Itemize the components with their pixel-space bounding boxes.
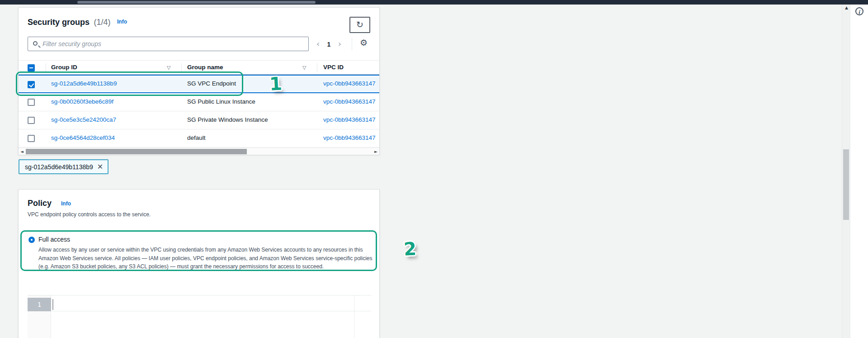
scroll-up-icon[interactable]: ▲	[845, 5, 848, 10]
page-number[interactable]: 1	[326, 39, 332, 50]
column-divider	[46, 63, 46, 72]
table-horizontal-scrollbar[interactable]: ◄ ►	[19, 148, 379, 155]
full-access-label[interactable]: Full access	[38, 236, 70, 243]
group-id-link[interactable]: sg-012a5d6e49b1138b9	[51, 80, 117, 87]
vertical-scrollbar-thumb[interactable]	[843, 149, 849, 220]
policy-description: VPC endpoint policy controls access to t…	[28, 211, 151, 218]
security-groups-header: Security groups (1/4) Info ↻	[28, 18, 370, 36]
filter-search-box[interactable]	[28, 37, 309, 51]
row-checkbox[interactable]	[28, 99, 35, 106]
aws-console-screen: Security groups (1/4) Info ↻ ‹ 1 › ⚙	[0, 0, 868, 338]
top-scrollbar-thumb[interactable]	[77, 1, 316, 4]
preferences-gear-button[interactable]: ⚙	[360, 38, 368, 48]
column-header-group-id[interactable]: Group ID	[51, 64, 77, 71]
group-name-cell: SG Private Windows Instance	[187, 116, 268, 123]
policy-title: Policy	[28, 199, 52, 208]
policy-info-link[interactable]: Info	[61, 200, 71, 207]
column-header-group-name[interactable]: Group name	[187, 64, 223, 71]
scroll-left-icon[interactable]: ◄	[20, 149, 24, 154]
token-label: sg-012a5d6e49b1138b9	[25, 163, 93, 171]
search-icon	[33, 41, 38, 46]
group-id-link[interactable]: sg-0b00260f3ebe6c89f	[51, 98, 113, 105]
editor-active-line	[52, 298, 371, 311]
security-groups-title: Security groups	[28, 18, 90, 27]
column-divider	[317, 63, 317, 72]
security-groups-count: (1/4)	[91, 18, 110, 27]
vpc-id-link[interactable]: vpc-0bb943663147	[323, 80, 376, 87]
column-divider	[181, 63, 182, 72]
filter-security-groups-input[interactable]	[42, 38, 305, 50]
token-dismiss-icon[interactable]: ✕	[97, 163, 103, 171]
row-checkbox[interactable]	[28, 135, 35, 142]
row-checkbox-checked[interactable]	[28, 81, 35, 88]
group-name-filter-icon[interactable]: ▽	[302, 65, 306, 71]
annotation-badge-2: 2	[403, 238, 417, 259]
group-id-link[interactable]: sg-0ce64564d28cef034	[51, 134, 115, 141]
table-row-sg-private-windows[interactable]: sg-0ce5e3c5e24200ca7 SG Private Windows …	[19, 111, 379, 129]
select-all-checkbox[interactable]	[28, 64, 35, 71]
column-header-vpc-id[interactable]: VPC ID	[323, 64, 344, 71]
group-name-cell: SG VPC Endpoint	[187, 80, 236, 87]
info-panel-icon[interactable]: i	[855, 7, 863, 15]
refresh-button[interactable]: ↻	[349, 17, 370, 33]
help-panel-rail: i	[850, 5, 868, 338]
policy-panel: Policy Info VPC endpoint policy controls…	[18, 189, 380, 338]
security-groups-info-link[interactable]: Info	[117, 19, 127, 25]
top-navigation-bar	[0, 0, 868, 5]
pagination-divider	[352, 38, 352, 50]
vpc-id-link[interactable]: vpc-0bb943663147	[323, 134, 376, 141]
horizontal-scrollbar-thumb[interactable]	[26, 149, 247, 154]
table-row-sg-public-linux[interactable]: sg-0b00260f3ebe6c89f SG Public Linux Ins…	[19, 93, 379, 111]
vpc-id-link[interactable]: vpc-0bb943663147	[323, 98, 376, 105]
editor-caret	[52, 299, 53, 310]
selected-security-group-token: sg-012a5d6e49b1138b9 ✕	[19, 159, 108, 174]
vpc-id-link[interactable]: vpc-0bb943663147	[323, 116, 376, 123]
editor-line-number: 1	[28, 298, 51, 311]
refresh-icon: ↻	[356, 19, 363, 29]
editor-line-gutter: 1	[28, 295, 51, 338]
security-groups-panel: Security groups (1/4) Info ↻ ‹ 1 › ⚙	[18, 7, 380, 155]
group-id-filter-icon[interactable]: ▽	[167, 65, 170, 71]
group-name-cell: default	[187, 134, 206, 141]
row-checkbox[interactable]	[28, 117, 35, 124]
filter-row: ‹ 1 › ⚙	[28, 37, 370, 51]
table-header-row: Group ID ▽ Group name ▽ VPC ID	[19, 60, 379, 75]
editor-print-margin	[354, 295, 354, 338]
full-access-radio[interactable]	[28, 237, 35, 243]
table-row-default[interactable]: sg-0ce64564d28cef034 default vpc-0bb9436…	[19, 129, 379, 148]
previous-page-button[interactable]: ‹	[312, 38, 324, 49]
table-row-sg-vpc-endpoint[interactable]: sg-012a5d6e49b1138b9 SG VPC Endpoint vpc…	[19, 75, 379, 93]
security-groups-table: Group ID ▽ Group name ▽ VPC ID sg-012a5d…	[19, 60, 379, 148]
full-access-description: Allow access by any user or service with…	[38, 246, 374, 271]
editor-text-area[interactable]	[52, 295, 371, 338]
group-name-cell: SG Public Linux Instance	[187, 98, 255, 105]
next-page-button[interactable]: ›	[334, 38, 346, 49]
policy-json-editor[interactable]: 1	[28, 295, 371, 338]
pagination: ‹ 1 ›	[312, 38, 346, 50]
scroll-right-icon[interactable]: ►	[374, 149, 377, 154]
group-id-link[interactable]: sg-0ce5e3c5e24200ca7	[51, 116, 116, 123]
